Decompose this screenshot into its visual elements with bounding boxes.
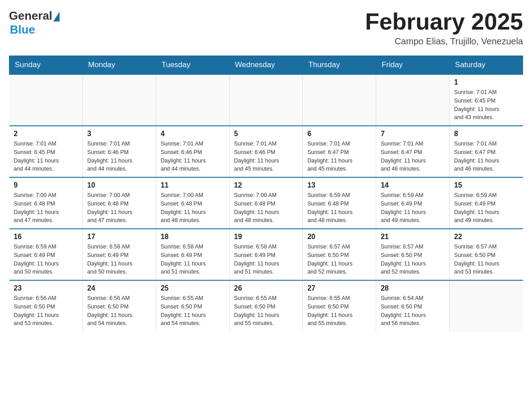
day-info: Sunrise: 6:56 AM Sunset: 6:50 PM Dayligh… bbox=[14, 294, 78, 328]
calendar-cell: 27Sunrise: 6:55 AM Sunset: 6:50 PM Dayli… bbox=[303, 280, 376, 332]
calendar-cell bbox=[303, 74, 376, 126]
day-info: Sunrise: 7:01 AM Sunset: 6:47 PM Dayligh… bbox=[454, 140, 518, 173]
calendar-cell: 3Sunrise: 7:01 AM Sunset: 6:46 PM Daylig… bbox=[82, 126, 156, 177]
day-number: 19 bbox=[234, 233, 298, 241]
week-row-0: 1Sunrise: 7:01 AM Sunset: 6:45 PM Daylig… bbox=[9, 74, 523, 126]
day-info: Sunrise: 7:01 AM Sunset: 6:47 PM Dayligh… bbox=[307, 140, 371, 173]
calendar-cell: 23Sunrise: 6:56 AM Sunset: 6:50 PM Dayli… bbox=[9, 280, 83, 332]
calendar-cell bbox=[156, 74, 229, 126]
day-number: 5 bbox=[234, 130, 298, 138]
day-info: Sunrise: 7:00 AM Sunset: 6:48 PM Dayligh… bbox=[234, 191, 298, 225]
calendar-cell bbox=[82, 74, 156, 126]
day-info: Sunrise: 6:55 AM Sunset: 6:50 PM Dayligh… bbox=[161, 294, 225, 328]
calendar-title: February 2025 bbox=[365, 9, 523, 34]
logo-triangle-icon bbox=[53, 12, 60, 21]
day-info: Sunrise: 6:54 AM Sunset: 6:50 PM Dayligh… bbox=[381, 294, 445, 328]
calendar-cell: 21Sunrise: 6:57 AM Sunset: 6:50 PM Dayli… bbox=[376, 229, 450, 280]
calendar-cell: 20Sunrise: 6:57 AM Sunset: 6:50 PM Dayli… bbox=[303, 229, 376, 280]
day-info: Sunrise: 7:00 AM Sunset: 6:48 PM Dayligh… bbox=[87, 191, 151, 225]
calendar-cell: 19Sunrise: 6:58 AM Sunset: 6:49 PM Dayli… bbox=[229, 229, 303, 280]
day-info: Sunrise: 6:55 AM Sunset: 6:50 PM Dayligh… bbox=[307, 294, 371, 328]
day-info: Sunrise: 6:57 AM Sunset: 6:50 PM Dayligh… bbox=[454, 243, 518, 276]
calendar-cell: 1Sunrise: 7:01 AM Sunset: 6:45 PM Daylig… bbox=[450, 74, 523, 126]
weekday-header-wednesday: Wednesday bbox=[229, 56, 303, 75]
logo: General Blue bbox=[9, 9, 60, 37]
calendar-cell: 22Sunrise: 6:57 AM Sunset: 6:50 PM Dayli… bbox=[450, 229, 523, 280]
calendar-cell: 25Sunrise: 6:55 AM Sunset: 6:50 PM Dayli… bbox=[156, 280, 229, 332]
calendar-table: SundayMondayTuesdayWednesdayThursdayFrid… bbox=[9, 56, 523, 332]
week-row-3: 16Sunrise: 6:59 AM Sunset: 6:49 PM Dayli… bbox=[9, 229, 523, 280]
day-number: 18 bbox=[161, 233, 225, 241]
day-info: Sunrise: 6:58 AM Sunset: 6:49 PM Dayligh… bbox=[87, 243, 151, 276]
calendar-cell: 18Sunrise: 6:58 AM Sunset: 6:49 PM Dayli… bbox=[156, 229, 229, 280]
day-info: Sunrise: 6:57 AM Sunset: 6:50 PM Dayligh… bbox=[381, 243, 445, 276]
day-number: 20 bbox=[307, 233, 371, 241]
weekday-header-monday: Monday bbox=[82, 56, 156, 75]
calendar-cell: 12Sunrise: 7:00 AM Sunset: 6:48 PM Dayli… bbox=[229, 177, 303, 229]
calendar-cell: 26Sunrise: 6:55 AM Sunset: 6:50 PM Dayli… bbox=[229, 280, 303, 332]
day-info: Sunrise: 7:01 AM Sunset: 6:46 PM Dayligh… bbox=[234, 140, 298, 173]
day-number: 3 bbox=[87, 130, 151, 138]
day-number: 10 bbox=[87, 181, 151, 189]
calendar-cell: 4Sunrise: 7:01 AM Sunset: 6:46 PM Daylig… bbox=[156, 126, 229, 177]
day-info: Sunrise: 6:56 AM Sunset: 6:50 PM Dayligh… bbox=[87, 294, 151, 328]
day-info: Sunrise: 7:01 AM Sunset: 6:47 PM Dayligh… bbox=[381, 140, 445, 173]
calendar-cell bbox=[376, 74, 450, 126]
day-info: Sunrise: 6:57 AM Sunset: 6:50 PM Dayligh… bbox=[307, 243, 371, 276]
day-info: Sunrise: 6:59 AM Sunset: 6:49 PM Dayligh… bbox=[14, 243, 78, 276]
day-info: Sunrise: 6:58 AM Sunset: 6:49 PM Dayligh… bbox=[234, 243, 298, 276]
day-info: Sunrise: 7:00 AM Sunset: 6:48 PM Dayligh… bbox=[161, 191, 225, 225]
title-area: February 2025 Campo Elias, Trujillo, Ven… bbox=[365, 9, 523, 47]
day-info: Sunrise: 7:01 AM Sunset: 6:45 PM Dayligh… bbox=[454, 88, 518, 122]
weekday-header-tuesday: Tuesday bbox=[156, 56, 229, 75]
calendar-cell: 16Sunrise: 6:59 AM Sunset: 6:49 PM Dayli… bbox=[9, 229, 83, 280]
week-row-1: 2Sunrise: 7:01 AM Sunset: 6:45 PM Daylig… bbox=[9, 126, 523, 177]
day-number: 21 bbox=[381, 233, 445, 241]
day-info: Sunrise: 6:59 AM Sunset: 6:48 PM Dayligh… bbox=[307, 191, 371, 225]
calendar-cell: 13Sunrise: 6:59 AM Sunset: 6:48 PM Dayli… bbox=[303, 177, 376, 229]
day-number: 2 bbox=[14, 130, 78, 138]
week-row-2: 9Sunrise: 7:00 AM Sunset: 6:48 PM Daylig… bbox=[9, 177, 523, 229]
calendar-cell: 9Sunrise: 7:00 AM Sunset: 6:48 PM Daylig… bbox=[9, 177, 83, 229]
day-number: 15 bbox=[454, 181, 518, 189]
day-info: Sunrise: 6:55 AM Sunset: 6:50 PM Dayligh… bbox=[234, 294, 298, 328]
calendar-cell: 11Sunrise: 7:00 AM Sunset: 6:48 PM Dayli… bbox=[156, 177, 229, 229]
logo-blue-text: Blue bbox=[10, 23, 35, 37]
day-number: 9 bbox=[14, 181, 78, 189]
day-number: 12 bbox=[234, 181, 298, 189]
day-number: 26 bbox=[234, 284, 298, 292]
calendar-cell: 5Sunrise: 7:01 AM Sunset: 6:46 PM Daylig… bbox=[229, 126, 303, 177]
calendar-cell: 14Sunrise: 6:59 AM Sunset: 6:49 PM Dayli… bbox=[376, 177, 450, 229]
calendar-cell: 6Sunrise: 7:01 AM Sunset: 6:47 PM Daylig… bbox=[303, 126, 376, 177]
day-number: 23 bbox=[14, 284, 78, 292]
day-info: Sunrise: 6:59 AM Sunset: 6:49 PM Dayligh… bbox=[381, 191, 445, 225]
weekday-header-friday: Friday bbox=[376, 56, 450, 75]
day-number: 1 bbox=[454, 78, 518, 86]
day-number: 27 bbox=[307, 284, 371, 292]
day-number: 13 bbox=[307, 181, 371, 189]
day-info: Sunrise: 6:59 AM Sunset: 6:49 PM Dayligh… bbox=[454, 191, 518, 225]
calendar-cell: 17Sunrise: 6:58 AM Sunset: 6:49 PM Dayli… bbox=[82, 229, 156, 280]
day-info: Sunrise: 7:00 AM Sunset: 6:48 PM Dayligh… bbox=[14, 191, 78, 225]
day-number: 25 bbox=[161, 284, 225, 292]
day-number: 11 bbox=[161, 181, 225, 189]
day-number: 6 bbox=[307, 130, 371, 138]
calendar-cell bbox=[9, 74, 83, 126]
calendar-cell bbox=[229, 74, 303, 126]
day-info: Sunrise: 7:01 AM Sunset: 6:46 PM Dayligh… bbox=[161, 140, 225, 173]
weekday-header-thursday: Thursday bbox=[303, 56, 376, 75]
calendar-cell: 28Sunrise: 6:54 AM Sunset: 6:50 PM Dayli… bbox=[376, 280, 450, 332]
header: General Blue February 2025 Campo Elias, … bbox=[9, 9, 523, 47]
calendar-subtitle: Campo Elias, Trujillo, Venezuela bbox=[365, 36, 523, 47]
day-number: 16 bbox=[14, 233, 78, 241]
logo-general-text: General bbox=[9, 9, 52, 23]
day-number: 17 bbox=[87, 233, 151, 241]
day-number: 14 bbox=[381, 181, 445, 189]
day-number: 7 bbox=[381, 130, 445, 138]
day-number: 4 bbox=[161, 130, 225, 138]
calendar-cell: 24Sunrise: 6:56 AM Sunset: 6:50 PM Dayli… bbox=[82, 280, 156, 332]
calendar-cell bbox=[450, 280, 523, 332]
calendar-cell: 2Sunrise: 7:01 AM Sunset: 6:45 PM Daylig… bbox=[9, 126, 83, 177]
day-number: 24 bbox=[87, 284, 151, 292]
day-number: 28 bbox=[381, 284, 445, 292]
